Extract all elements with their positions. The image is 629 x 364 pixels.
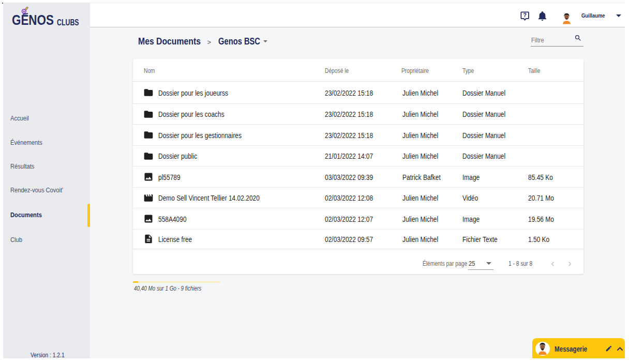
svg-text:?: ? [523, 12, 527, 19]
